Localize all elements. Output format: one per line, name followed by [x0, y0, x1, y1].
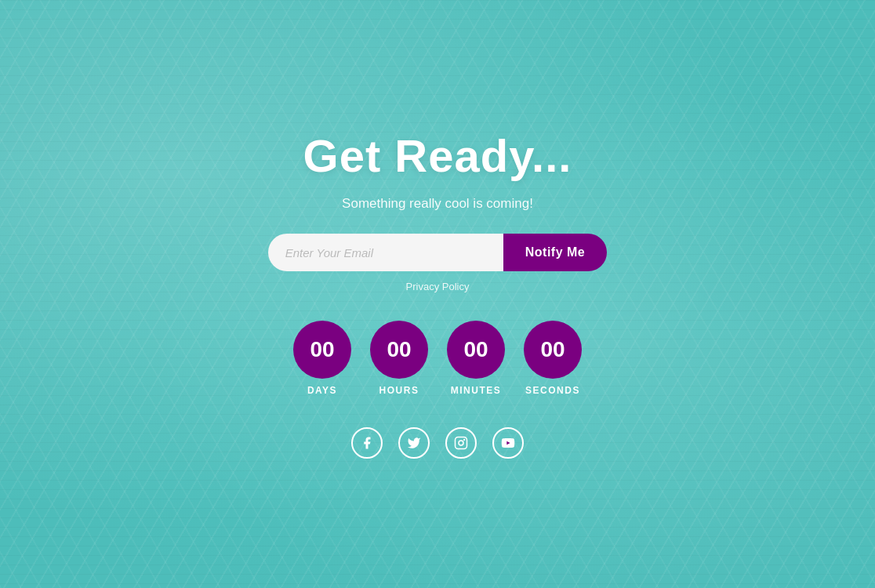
privacy-policy-link[interactable]: Privacy Policy: [406, 281, 470, 292]
seconds-label: SECONDS: [525, 385, 580, 396]
minutes-value: 00: [463, 339, 488, 361]
page-title: Get Ready...: [303, 129, 572, 182]
countdown-hours: 00 HOURS: [370, 321, 428, 396]
seconds-circle: 00: [524, 321, 582, 379]
hours-value: 00: [387, 339, 411, 361]
days-label: DAYS: [307, 385, 337, 396]
page-container: Get Ready... Something really cool is co…: [0, 0, 875, 588]
minutes-label: MINUTES: [451, 385, 502, 396]
countdown-seconds: 00 SECONDS: [524, 321, 582, 396]
countdown-days: 00 DAYS: [293, 321, 351, 396]
youtube-icon[interactable]: [492, 427, 524, 459]
minutes-circle: 00: [447, 321, 505, 379]
hours-circle: 00: [370, 321, 428, 379]
days-value: 00: [310, 339, 334, 361]
hours-label: HOURS: [379, 385, 419, 396]
days-circle: 00: [293, 321, 351, 379]
countdown-minutes: 00 MINUTES: [447, 321, 505, 396]
twitter-icon[interactable]: [398, 427, 430, 459]
countdown-container: 00 DAYS 00 HOURS 00 MINUTES 00 SECONDS: [293, 321, 582, 396]
email-form: Notify Me: [268, 234, 608, 271]
instagram-icon[interactable]: [445, 427, 477, 459]
seconds-value: 00: [540, 339, 565, 361]
svg-rect-0: [456, 437, 467, 449]
svg-point-1: [459, 441, 463, 445]
notify-button[interactable]: Notify Me: [503, 234, 608, 271]
email-input[interactable]: [268, 234, 503, 271]
facebook-icon[interactable]: [351, 427, 383, 459]
subtitle: Something really cool is coming!: [342, 196, 533, 212]
svg-point-2: [463, 439, 465, 441]
social-icons-container: [351, 427, 524, 459]
